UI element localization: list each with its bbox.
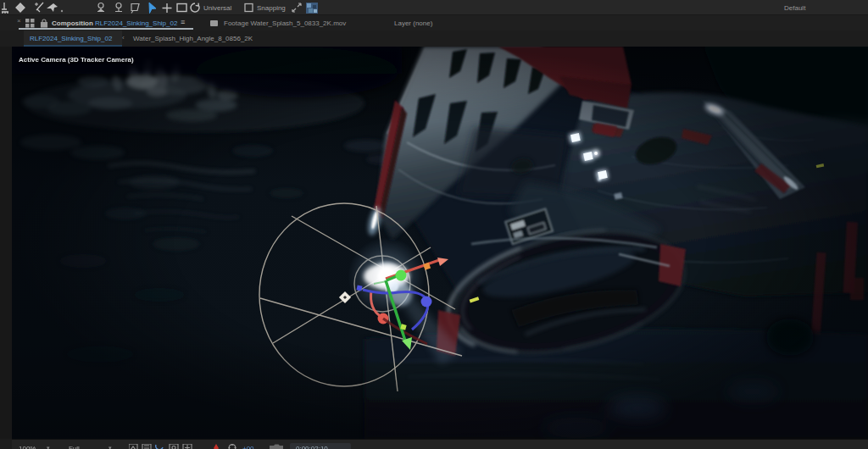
svg-text:Snapping: Snapping [257, 4, 286, 12]
svg-text:+00: +00 [242, 445, 254, 449]
svg-text:Universal: Universal [203, 4, 232, 12]
